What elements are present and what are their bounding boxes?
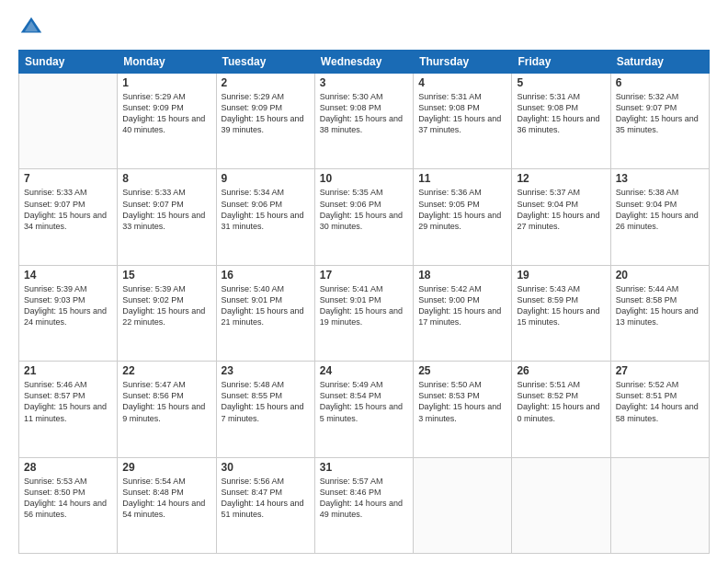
daylight-label: Daylight: 15 hours and 0 minutes. xyxy=(517,402,599,422)
calendar-day-cell: 14 Sunrise: 5:39 AM Sunset: 9:03 PM Dayl… xyxy=(19,265,118,361)
day-info: Sunrise: 5:33 AM Sunset: 9:07 PM Dayligh… xyxy=(122,187,210,232)
day-number: 6 xyxy=(616,76,704,89)
day-info: Sunrise: 5:53 AM Sunset: 8:50 PM Dayligh… xyxy=(24,476,112,521)
sunrise-label: Sunrise: 5:33 AM xyxy=(122,188,186,197)
calendar-day-cell: 28 Sunrise: 5:53 AM Sunset: 8:50 PM Dayl… xyxy=(19,457,118,553)
daylight-label: Daylight: 14 hours and 58 minutes. xyxy=(616,402,699,422)
daylight-label: Daylight: 15 hours and 9 minutes. xyxy=(122,402,205,422)
daylight-label: Daylight: 15 hours and 33 minutes. xyxy=(122,211,205,231)
day-number: 5 xyxy=(517,76,605,89)
day-info: Sunrise: 5:30 AM Sunset: 9:08 PM Dayligh… xyxy=(320,91,408,136)
sunset-label: Sunset: 9:03 PM xyxy=(24,295,85,304)
calendar-day-cell: 9 Sunrise: 5:34 AM Sunset: 9:06 PM Dayli… xyxy=(216,169,314,265)
sunset-label: Sunset: 8:46 PM xyxy=(320,488,381,497)
day-info: Sunrise: 5:44 AM Sunset: 8:58 PM Dayligh… xyxy=(616,283,704,328)
sunrise-label: Sunrise: 5:39 AM xyxy=(122,284,186,293)
sunrise-label: Sunrise: 5:34 AM xyxy=(222,188,285,197)
calendar-day-cell: 16 Sunrise: 5:40 AM Sunset: 9:01 PM Dayl… xyxy=(216,265,314,361)
col-monday: Monday xyxy=(118,51,216,74)
col-thursday: Thursday xyxy=(414,51,512,74)
day-number: 29 xyxy=(122,461,210,474)
sunrise-label: Sunrise: 5:51 AM xyxy=(517,380,580,389)
sunset-label: Sunset: 9:01 PM xyxy=(222,295,283,304)
sunrise-label: Sunrise: 5:40 AM xyxy=(222,284,285,293)
sunset-label: Sunset: 8:51 PM xyxy=(616,391,677,400)
sunrise-label: Sunrise: 5:52 AM xyxy=(616,380,679,389)
day-info: Sunrise: 5:39 AM Sunset: 9:02 PM Dayligh… xyxy=(122,283,210,328)
day-number: 2 xyxy=(222,76,310,89)
daylight-label: Daylight: 15 hours and 21 minutes. xyxy=(222,306,304,327)
calendar-day-cell: 31 Sunrise: 5:57 AM Sunset: 8:46 PM Dayl… xyxy=(314,457,413,553)
calendar-day-cell: 30 Sunrise: 5:56 AM Sunset: 8:47 PM Dayl… xyxy=(216,457,314,553)
day-info: Sunrise: 5:56 AM Sunset: 8:47 PM Dayligh… xyxy=(222,476,310,521)
sunset-label: Sunset: 8:56 PM xyxy=(122,391,184,400)
day-info: Sunrise: 5:37 AM Sunset: 9:04 PM Dayligh… xyxy=(517,187,605,232)
day-info: Sunrise: 5:32 AM Sunset: 9:07 PM Dayligh… xyxy=(616,91,704,136)
day-number: 4 xyxy=(418,76,506,89)
sunrise-label: Sunrise: 5:43 AM xyxy=(517,284,580,293)
calendar-day-cell xyxy=(512,457,610,553)
calendar-header-row: Sunday Monday Tuesday Wednesday Thursday… xyxy=(19,51,710,74)
sunset-label: Sunset: 9:04 PM xyxy=(616,200,677,209)
sunrise-label: Sunrise: 5:38 AM xyxy=(616,188,679,197)
day-number: 24 xyxy=(320,364,408,377)
sunset-label: Sunset: 9:00 PM xyxy=(418,295,480,304)
day-number: 13 xyxy=(616,172,704,185)
day-number: 23 xyxy=(222,364,310,377)
day-info: Sunrise: 5:34 AM Sunset: 9:06 PM Dayligh… xyxy=(222,187,310,232)
sunrise-label: Sunrise: 5:46 AM xyxy=(24,380,87,389)
day-number: 12 xyxy=(517,172,605,185)
day-info: Sunrise: 5:35 AM Sunset: 9:06 PM Dayligh… xyxy=(320,187,408,232)
daylight-label: Daylight: 15 hours and 27 minutes. xyxy=(517,211,599,231)
day-number: 19 xyxy=(517,269,605,282)
sunset-label: Sunset: 9:06 PM xyxy=(320,200,381,209)
calendar-week-row: 28 Sunrise: 5:53 AM Sunset: 8:50 PM Dayl… xyxy=(19,457,710,553)
sunset-label: Sunset: 9:05 PM xyxy=(418,200,480,209)
daylight-label: Daylight: 15 hours and 5 minutes. xyxy=(320,402,403,422)
calendar-day-cell: 26 Sunrise: 5:51 AM Sunset: 8:52 PM Dayl… xyxy=(512,362,610,457)
calendar-week-row: 14 Sunrise: 5:39 AM Sunset: 9:03 PM Dayl… xyxy=(19,265,710,361)
sunrise-label: Sunrise: 5:33 AM xyxy=(24,188,87,197)
sunrise-label: Sunrise: 5:35 AM xyxy=(320,188,383,197)
col-tuesday: Tuesday xyxy=(216,51,314,74)
sunset-label: Sunset: 8:59 PM xyxy=(517,295,578,304)
day-number: 9 xyxy=(222,172,310,185)
daylight-label: Daylight: 15 hours and 35 minutes. xyxy=(616,114,699,134)
day-number: 18 xyxy=(418,269,506,282)
sunrise-label: Sunrise: 5:32 AM xyxy=(616,92,679,101)
sunset-label: Sunset: 8:52 PM xyxy=(517,391,578,400)
sunset-label: Sunset: 8:48 PM xyxy=(122,488,184,497)
sunrise-label: Sunrise: 5:36 AM xyxy=(418,188,482,197)
calendar-day-cell: 15 Sunrise: 5:39 AM Sunset: 9:02 PM Dayl… xyxy=(118,265,216,361)
day-info: Sunrise: 5:50 AM Sunset: 8:53 PM Dayligh… xyxy=(418,379,506,424)
sunset-label: Sunset: 8:47 PM xyxy=(222,488,283,497)
calendar-day-cell: 29 Sunrise: 5:54 AM Sunset: 8:48 PM Dayl… xyxy=(118,457,216,553)
daylight-label: Daylight: 15 hours and 17 minutes. xyxy=(418,306,501,327)
daylight-label: Daylight: 15 hours and 24 minutes. xyxy=(24,306,107,327)
daylight-label: Daylight: 15 hours and 29 minutes. xyxy=(418,211,501,231)
sunrise-label: Sunrise: 5:42 AM xyxy=(418,284,482,293)
sunrise-label: Sunrise: 5:41 AM xyxy=(320,284,383,293)
day-number: 20 xyxy=(616,269,704,282)
sunset-label: Sunset: 8:50 PM xyxy=(24,488,85,497)
calendar-day-cell: 2 Sunrise: 5:29 AM Sunset: 9:09 PM Dayli… xyxy=(216,74,314,169)
daylight-label: Daylight: 15 hours and 13 minutes. xyxy=(616,306,699,327)
sunset-label: Sunset: 8:57 PM xyxy=(24,391,85,400)
day-number: 8 xyxy=(122,172,210,185)
calendar-day-cell: 13 Sunrise: 5:38 AM Sunset: 9:04 PM Dayl… xyxy=(610,169,709,265)
day-info: Sunrise: 5:29 AM Sunset: 9:09 PM Dayligh… xyxy=(222,91,310,136)
day-number: 15 xyxy=(122,269,210,282)
sunset-label: Sunset: 9:08 PM xyxy=(418,103,480,112)
day-info: Sunrise: 5:36 AM Sunset: 9:05 PM Dayligh… xyxy=(418,187,506,232)
sunrise-label: Sunrise: 5:50 AM xyxy=(418,380,482,389)
day-info: Sunrise: 5:29 AM Sunset: 9:09 PM Dayligh… xyxy=(122,91,210,136)
day-number: 22 xyxy=(122,364,210,377)
sunset-label: Sunset: 8:53 PM xyxy=(418,391,480,400)
calendar-day-cell: 4 Sunrise: 5:31 AM Sunset: 9:08 PM Dayli… xyxy=(414,74,512,169)
day-info: Sunrise: 5:40 AM Sunset: 9:01 PM Dayligh… xyxy=(222,283,310,328)
sunset-label: Sunset: 9:02 PM xyxy=(122,295,184,304)
sunrise-label: Sunrise: 5:47 AM xyxy=(122,380,186,389)
day-number: 26 xyxy=(517,364,605,377)
calendar-day-cell: 8 Sunrise: 5:33 AM Sunset: 9:07 PM Dayli… xyxy=(118,169,216,265)
sunrise-label: Sunrise: 5:39 AM xyxy=(24,284,87,293)
